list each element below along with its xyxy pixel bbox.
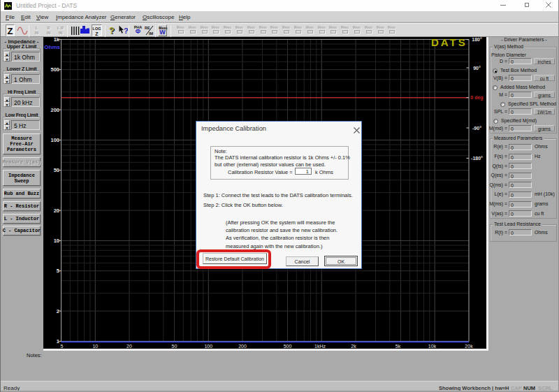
svg-text:1kHz: 1kHz xyxy=(314,344,326,349)
svg-text:10: 10 xyxy=(92,344,98,349)
svg-text:100: 100 xyxy=(204,344,212,349)
svg-text:?: ? xyxy=(124,27,128,35)
svg-text:IM: IM xyxy=(149,31,154,36)
svg-text:Ohms: Ohms xyxy=(44,44,60,50)
svg-text:50: 50 xyxy=(172,344,177,349)
svg-text:2k: 2k xyxy=(351,344,356,349)
svg-text:100: 100 xyxy=(50,137,59,143)
svg-text:200: 200 xyxy=(238,344,247,349)
svg-text:90°: 90° xyxy=(473,66,481,71)
svg-text:5k: 5k xyxy=(395,344,401,349)
svg-text:10k: 10k xyxy=(428,344,437,349)
svg-text:RE: RE xyxy=(145,26,150,30)
svg-text:500: 500 xyxy=(284,344,292,349)
svg-text:200: 200 xyxy=(50,107,59,113)
svg-text:500: 500 xyxy=(50,66,59,73)
svg-text:180°: 180° xyxy=(472,37,482,42)
svg-text:DATS: DATS xyxy=(431,37,467,48)
svg-text:1k: 1k xyxy=(54,37,60,43)
svg-text:20k: 20k xyxy=(465,344,473,349)
svg-text:5: 5 xyxy=(61,344,64,349)
svg-text:20: 20 xyxy=(126,344,132,349)
